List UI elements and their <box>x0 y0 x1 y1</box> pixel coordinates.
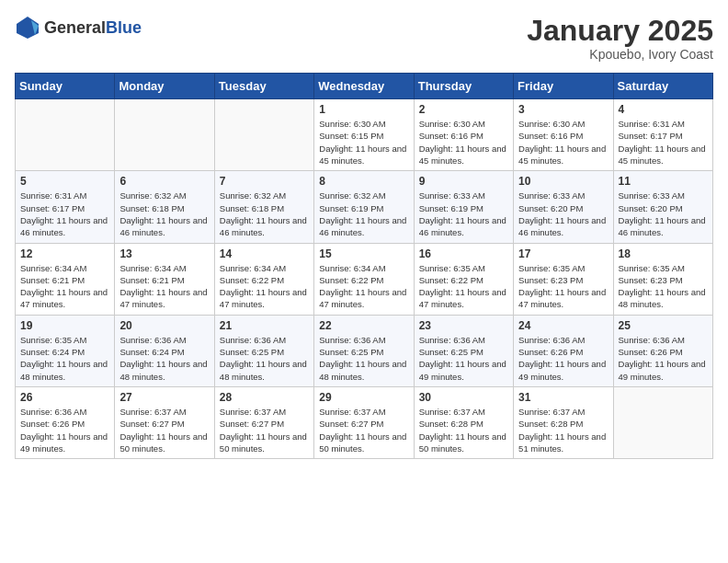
day-info: Sunrise: 6:33 AM Sunset: 6:20 PM Dayligh… <box>518 190 608 238</box>
calendar-cell: 11Sunrise: 6:33 AM Sunset: 6:20 PM Dayli… <box>613 171 712 243</box>
day-number: 17 <box>518 247 608 260</box>
day-number: 3 <box>518 103 608 116</box>
day-number: 16 <box>419 247 508 260</box>
day-info: Sunrise: 6:30 AM Sunset: 6:15 PM Dayligh… <box>319 118 408 167</box>
day-number: 8 <box>319 175 408 188</box>
calendar-cell: 23Sunrise: 6:36 AM Sunset: 6:25 PM Dayli… <box>414 315 513 386</box>
day-info: Sunrise: 6:36 AM Sunset: 6:25 PM Dayligh… <box>419 334 508 383</box>
calendar-cell: 15Sunrise: 6:34 AM Sunset: 6:22 PM Dayli… <box>314 243 414 315</box>
day-number: 1 <box>319 103 408 116</box>
day-info: Sunrise: 6:33 AM Sunset: 6:19 PM Dayligh… <box>419 190 508 238</box>
day-info: Sunrise: 6:36 AM Sunset: 6:24 PM Dayligh… <box>119 334 209 383</box>
day-number: 5 <box>20 175 109 188</box>
day-number: 18 <box>619 247 708 260</box>
day-number: 27 <box>119 391 209 404</box>
day-info: Sunrise: 6:31 AM Sunset: 6:17 PM Dayligh… <box>20 190 109 238</box>
day-number: 14 <box>220 247 309 260</box>
calendar-cell: 18Sunrise: 6:35 AM Sunset: 6:23 PM Dayli… <box>613 243 712 315</box>
calendar-week-row: 26Sunrise: 6:36 AM Sunset: 6:26 PM Dayli… <box>16 386 713 458</box>
calendar-cell: 30Sunrise: 6:37 AM Sunset: 6:28 PM Dayli… <box>414 386 513 458</box>
calendar-cell: 1Sunrise: 6:30 AM Sunset: 6:15 PM Daylig… <box>314 99 414 171</box>
day-info: Sunrise: 6:35 AM Sunset: 6:23 PM Dayligh… <box>518 262 608 311</box>
weekday-header: Tuesday <box>214 74 313 99</box>
calendar-cell: 14Sunrise: 6:34 AM Sunset: 6:22 PM Dayli… <box>214 243 313 315</box>
day-info: Sunrise: 6:36 AM Sunset: 6:26 PM Dayligh… <box>619 334 708 383</box>
calendar-cell: 6Sunrise: 6:32 AM Sunset: 6:18 PM Daylig… <box>115 171 214 243</box>
day-number: 28 <box>220 391 309 404</box>
day-info: Sunrise: 6:35 AM Sunset: 6:24 PM Dayligh… <box>20 334 109 383</box>
logo: GeneralBlue <box>15 15 142 40</box>
day-info: Sunrise: 6:31 AM Sunset: 6:17 PM Dayligh… <box>619 118 708 167</box>
day-number: 20 <box>119 319 209 332</box>
calendar-header-row: SundayMondayTuesdayWednesdayThursdayFrid… <box>16 74 713 99</box>
calendar-week-row: 19Sunrise: 6:35 AM Sunset: 6:24 PM Dayli… <box>16 315 713 386</box>
weekday-header: Wednesday <box>314 74 414 99</box>
calendar-cell: 8Sunrise: 6:32 AM Sunset: 6:19 PM Daylig… <box>314 171 414 243</box>
day-number: 19 <box>20 319 109 332</box>
day-info: Sunrise: 6:30 AM Sunset: 6:16 PM Dayligh… <box>518 118 608 167</box>
calendar-cell <box>115 99 214 171</box>
logo-general: General <box>44 18 106 37</box>
logo-blue: Blue <box>106 18 142 37</box>
day-number: 24 <box>518 319 608 332</box>
day-number: 31 <box>518 391 608 404</box>
day-number: 21 <box>220 319 309 332</box>
calendar-cell: 27Sunrise: 6:37 AM Sunset: 6:27 PM Dayli… <box>115 386 214 458</box>
calendar-week-row: 5Sunrise: 6:31 AM Sunset: 6:17 PM Daylig… <box>16 171 713 243</box>
day-info: Sunrise: 6:34 AM Sunset: 6:22 PM Dayligh… <box>220 262 309 311</box>
day-info: Sunrise: 6:34 AM Sunset: 6:21 PM Dayligh… <box>119 262 209 311</box>
calendar-cell: 12Sunrise: 6:34 AM Sunset: 6:21 PM Dayli… <box>16 243 115 315</box>
day-info: Sunrise: 6:37 AM Sunset: 6:28 PM Dayligh… <box>419 406 508 454</box>
calendar-cell: 29Sunrise: 6:37 AM Sunset: 6:27 PM Dayli… <box>314 386 414 458</box>
location-title: Kpouebo, Ivory Coast <box>527 47 713 62</box>
calendar-cell: 2Sunrise: 6:30 AM Sunset: 6:16 PM Daylig… <box>414 99 513 171</box>
day-info: Sunrise: 6:33 AM Sunset: 6:20 PM Dayligh… <box>619 190 708 238</box>
calendar-cell: 31Sunrise: 6:37 AM Sunset: 6:28 PM Dayli… <box>514 386 613 458</box>
calendar-cell: 19Sunrise: 6:35 AM Sunset: 6:24 PM Dayli… <box>16 315 115 386</box>
calendar-cell: 5Sunrise: 6:31 AM Sunset: 6:17 PM Daylig… <box>16 171 115 243</box>
day-number: 30 <box>419 391 508 404</box>
logo-icon <box>15 15 40 40</box>
calendar-cell <box>613 386 712 458</box>
day-info: Sunrise: 6:36 AM Sunset: 6:25 PM Dayligh… <box>220 334 309 383</box>
weekday-header: Friday <box>514 74 613 99</box>
day-info: Sunrise: 6:37 AM Sunset: 6:27 PM Dayligh… <box>319 406 408 454</box>
day-info: Sunrise: 6:32 AM Sunset: 6:18 PM Dayligh… <box>119 190 209 238</box>
day-info: Sunrise: 6:32 AM Sunset: 6:18 PM Dayligh… <box>220 190 309 238</box>
calendar-cell: 21Sunrise: 6:36 AM Sunset: 6:25 PM Dayli… <box>214 315 313 386</box>
calendar-cell: 17Sunrise: 6:35 AM Sunset: 6:23 PM Dayli… <box>514 243 613 315</box>
calendar-cell <box>16 99 115 171</box>
day-number: 11 <box>619 175 708 188</box>
calendar-cell: 24Sunrise: 6:36 AM Sunset: 6:26 PM Dayli… <box>514 315 613 386</box>
day-number: 6 <box>119 175 209 188</box>
calendar-cell: 9Sunrise: 6:33 AM Sunset: 6:19 PM Daylig… <box>414 171 513 243</box>
month-title: January 2025 <box>527 15 713 47</box>
day-info: Sunrise: 6:35 AM Sunset: 6:23 PM Dayligh… <box>619 262 708 311</box>
calendar-week-row: 12Sunrise: 6:34 AM Sunset: 6:21 PM Dayli… <box>16 243 713 315</box>
title-block: January 2025 Kpouebo, Ivory Coast <box>527 15 713 62</box>
calendar-cell: 16Sunrise: 6:35 AM Sunset: 6:22 PM Dayli… <box>414 243 513 315</box>
day-number: 23 <box>419 319 508 332</box>
calendar-cell: 20Sunrise: 6:36 AM Sunset: 6:24 PM Dayli… <box>115 315 214 386</box>
day-number: 4 <box>619 103 708 116</box>
calendar-cell: 25Sunrise: 6:36 AM Sunset: 6:26 PM Dayli… <box>613 315 712 386</box>
day-number: 9 <box>419 175 508 188</box>
calendar-cell: 26Sunrise: 6:36 AM Sunset: 6:26 PM Dayli… <box>16 386 115 458</box>
calendar-cell: 28Sunrise: 6:37 AM Sunset: 6:27 PM Dayli… <box>214 386 313 458</box>
calendar-cell: 10Sunrise: 6:33 AM Sunset: 6:20 PM Dayli… <box>514 171 613 243</box>
page-header: GeneralBlue January 2025 Kpouebo, Ivory … <box>15 15 713 62</box>
weekday-header: Saturday <box>613 74 712 99</box>
weekday-header: Sunday <box>16 74 115 99</box>
weekday-header: Thursday <box>414 74 513 99</box>
calendar-cell: 13Sunrise: 6:34 AM Sunset: 6:21 PM Dayli… <box>115 243 214 315</box>
day-info: Sunrise: 6:37 AM Sunset: 6:28 PM Dayligh… <box>518 406 608 454</box>
day-number: 22 <box>319 319 408 332</box>
day-number: 12 <box>20 247 109 260</box>
calendar-cell: 22Sunrise: 6:36 AM Sunset: 6:25 PM Dayli… <box>314 315 414 386</box>
calendar-week-row: 1Sunrise: 6:30 AM Sunset: 6:15 PM Daylig… <box>16 99 713 171</box>
calendar-cell: 7Sunrise: 6:32 AM Sunset: 6:18 PM Daylig… <box>214 171 313 243</box>
day-number: 26 <box>20 391 109 404</box>
day-number: 29 <box>319 391 408 404</box>
calendar-table: SundayMondayTuesdayWednesdayThursdayFrid… <box>15 73 713 459</box>
day-info: Sunrise: 6:30 AM Sunset: 6:16 PM Dayligh… <box>419 118 508 167</box>
